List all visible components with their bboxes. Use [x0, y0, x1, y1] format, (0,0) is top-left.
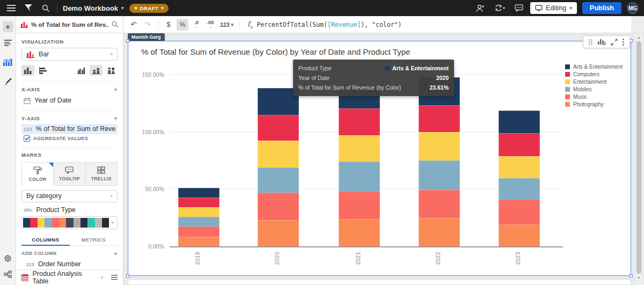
- stacked-bar-2022[interactable]: [419, 77, 460, 246]
- bar-segment[interactable]: [178, 188, 219, 198]
- bar-segment[interactable]: [258, 141, 299, 167]
- redo-icon[interactable]: ↷: [142, 19, 153, 31]
- x-axis-field[interactable]: Year of Date: [21, 95, 118, 105]
- bar-segment[interactable]: [499, 178, 540, 200]
- draft-badge[interactable]: DRAFT ▾: [129, 4, 169, 13]
- invite-user-icon[interactable]: [474, 2, 486, 14]
- bar-segment[interactable]: [499, 224, 540, 246]
- bar-segment[interactable]: [258, 88, 299, 115]
- color-palette-select[interactable]: ▾: [21, 216, 118, 229]
- number-format-dropdown[interactable]: 123▾: [218, 19, 235, 31]
- bar-segment[interactable]: [419, 132, 460, 160]
- bar-segment[interactable]: [419, 105, 460, 132]
- bar-segment[interactable]: [339, 108, 380, 135]
- stacked-bar-2023[interactable]: [499, 111, 540, 246]
- scrollbar-thumb[interactable]: [636, 41, 641, 274]
- source-table-row[interactable]: Product Analysis Table ▾: [16, 269, 123, 285]
- scroll-up-icon[interactable]: ▲: [635, 35, 642, 39]
- workbook-title-dropdown[interactable]: Demo Workbook ▾: [63, 4, 124, 12]
- canvas-scrollbar[interactable]: ▲ ▼: [635, 33, 642, 285]
- bar-segment[interactable]: [258, 115, 299, 141]
- decrease-decimals-button[interactable]: .0←: [191, 19, 202, 31]
- stacked-bar-2020[interactable]: [258, 88, 299, 246]
- percent-format-button[interactable]: %: [177, 19, 188, 31]
- element-header[interactable]: % of Total for Sum of Rev...: [16, 16, 123, 33]
- horizontal-bar-icon[interactable]: [36, 65, 49, 76]
- publish-button[interactable]: Publish: [582, 2, 621, 14]
- tab-columns[interactable]: COLUMNS: [21, 233, 70, 245]
- kebab-menu-icon[interactable]: [623, 39, 624, 46]
- legend-item[interactable]: Mobiles: [565, 86, 623, 92]
- bar-segment[interactable]: [419, 190, 460, 218]
- checkbox-checked-icon[interactable]: [24, 135, 30, 142]
- bar-segment[interactable]: [499, 200, 540, 224]
- aggregate-values-checkbox-row[interactable]: AGGREGATE VALUES: [21, 134, 118, 143]
- column-list-item[interactable]: 123 Order Number: [21, 259, 118, 269]
- bar-segment[interactable]: [499, 156, 540, 178]
- format-paintbrush-icon[interactable]: [3, 76, 13, 87]
- increase-decimals-button[interactable]: .00→: [204, 19, 216, 31]
- chart-element-card[interactable]: % of Total for Sum of Revenue (by Color)…: [128, 41, 631, 276]
- formula-input[interactable]: PercentOfTotal(Sum([Revenue]), "color"): [257, 21, 401, 28]
- legend-item[interactable]: Computers: [565, 71, 623, 77]
- bar-segment[interactable]: [499, 111, 540, 133]
- y-axis-field[interactable]: 123 % of Total for Sum of Revenu...: [21, 124, 118, 134]
- stacked-bar-icon[interactable]: [90, 65, 103, 76]
- scroll-down-icon[interactable]: ▼: [635, 276, 642, 280]
- undo-icon[interactable]: ↶: [128, 19, 140, 31]
- bar-segment[interactable]: [258, 220, 299, 246]
- bar-segment[interactable]: [178, 237, 219, 246]
- selection-handle[interactable]: [126, 39, 129, 42]
- list-icon[interactable]: [111, 275, 118, 280]
- version-sync-dropdown-icon[interactable]: ▾: [492, 2, 508, 14]
- currency-format-button[interactable]: $: [163, 19, 174, 31]
- element-properties-icon[interactable]: [3, 57, 13, 68]
- selection-handle[interactable]: [126, 274, 129, 277]
- add-y-axis-icon[interactable]: +: [113, 115, 118, 122]
- add-column-row[interactable]: ADD COLUMN +: [21, 248, 118, 259]
- settings-gear-icon[interactable]: [3, 253, 13, 264]
- selection-handle[interactable]: [630, 274, 633, 277]
- sigma-logo-icon[interactable]: [23, 2, 34, 14]
- page-outline-icon[interactable]: [3, 38, 13, 48]
- bar-segment[interactable]: [339, 135, 380, 162]
- tab-tooltip[interactable]: TOOLTIP: [54, 162, 85, 186]
- add-x-axis-icon[interactable]: +: [113, 86, 118, 93]
- explore-chart-icon[interactable]: [597, 38, 606, 46]
- color-by-select[interactable]: By category ▾: [21, 190, 118, 202]
- user-avatar[interactable]: MG: [627, 2, 639, 14]
- maximize-icon[interactable]: [611, 39, 618, 46]
- bar-segment[interactable]: [258, 167, 299, 193]
- percent-stacked-bar-icon[interactable]: [105, 65, 118, 76]
- grouped-bar-icon[interactable]: [75, 65, 87, 76]
- bar-segment[interactable]: [339, 162, 380, 192]
- stacked-bar-2021[interactable]: [339, 86, 380, 246]
- hamburger-menu-icon[interactable]: [5, 2, 17, 14]
- search-icon[interactable]: [112, 21, 119, 28]
- legend-item[interactable]: Arts & Entertainment: [565, 64, 623, 70]
- add-column-icon[interactable]: +: [113, 250, 118, 257]
- tab-color[interactable]: COLOR: [21, 162, 54, 186]
- bar-segment[interactable]: [339, 219, 380, 246]
- bar-segment[interactable]: [178, 217, 219, 226]
- tab-metrics[interactable]: METRICS: [70, 233, 118, 245]
- legend-item[interactable]: Photography: [565, 101, 623, 107]
- stacked-bar-2019[interactable]: [178, 188, 219, 246]
- bar-segment[interactable]: [178, 226, 219, 237]
- comments-icon[interactable]: [513, 2, 525, 14]
- bar-segment[interactable]: [419, 160, 460, 190]
- search-icon[interactable]: [40, 2, 52, 14]
- bar-segment[interactable]: [178, 207, 219, 217]
- bar-segment[interactable]: [178, 198, 219, 207]
- tab-trellis[interactable]: TRELLIS: [86, 162, 118, 186]
- next-element-card-peek[interactable]: [128, 279, 631, 285]
- bar-segment[interactable]: [339, 192, 380, 219]
- bar-segment[interactable]: [258, 193, 299, 220]
- bar-segment[interactable]: [499, 133, 540, 156]
- add-element-button[interactable]: +: [3, 21, 13, 32]
- editing-mode-dropdown[interactable]: Editing ▾: [530, 2, 577, 14]
- legend-item[interactable]: Entertainment: [565, 79, 623, 85]
- vertical-bar-icon[interactable]: [21, 65, 34, 76]
- chart-type-select[interactable]: Bar ▾: [21, 48, 118, 61]
- legend-item[interactable]: Music: [565, 94, 623, 100]
